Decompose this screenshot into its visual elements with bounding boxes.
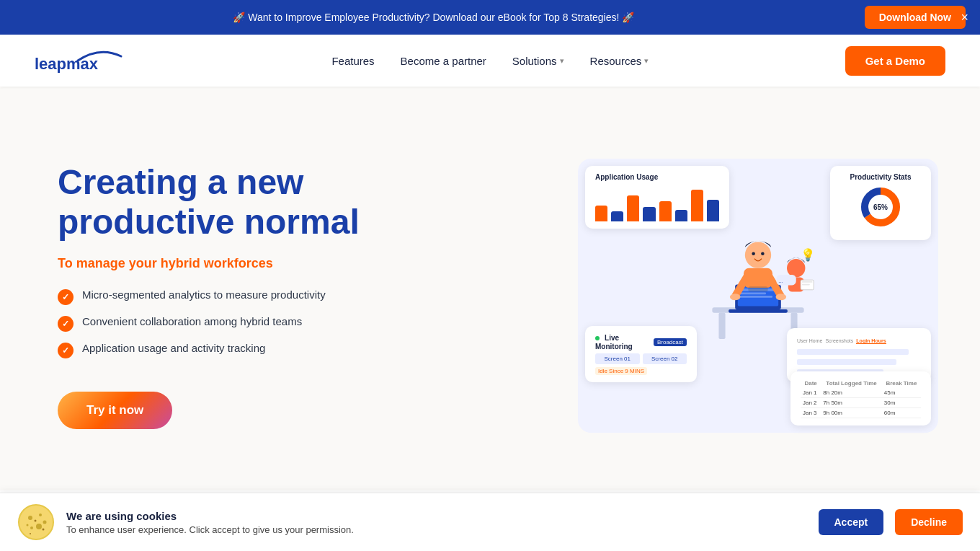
hero-right: Application Usage Productivity Stats: [571, 159, 945, 433]
live-monitoring-card: Live Monitoring Broadcast Screen 01 Scre…: [585, 326, 697, 382]
hero-section: Creating a new productive normal To mana…: [0, 87, 980, 490]
screen1-item: Screen 01: [595, 353, 640, 364]
solutions-chevron-icon: ▾: [560, 56, 564, 66]
svg-text:65%: 65%: [873, 203, 888, 211]
app-usage-title: Application Usage: [595, 173, 719, 181]
hero-feature-3: ✓ Application usage and activity trackin…: [58, 342, 461, 358]
nav-links: Features Become a partner Solutions ▾ Re…: [331, 55, 649, 67]
screen2-item: Screen 02: [643, 353, 687, 364]
idle-badge: Idle Since 9 MINS: [595, 367, 647, 375]
table-row: Jan 2 7h 50m 30m: [801, 398, 921, 408]
svg-rect-6: [718, 313, 725, 339]
tab-user-home: User Home: [797, 338, 822, 344]
try-it-now-button[interactable]: Try it now: [58, 392, 172, 429]
donut-chart: 65%: [840, 185, 921, 229]
login-table: Date Total Logged Time Break Time Jan 1 …: [801, 379, 921, 418]
svg-text:💡: 💡: [801, 247, 816, 263]
bar-1: [595, 206, 607, 221]
bar-2: [627, 195, 639, 221]
table-row: Jan 3 9h 00m 60m: [801, 408, 921, 418]
close-banner-button[interactable]: ×: [961, 11, 968, 24]
svg-point-15: [745, 242, 771, 268]
tab-screenshots: Screenshots: [825, 338, 853, 344]
nav-features[interactable]: Features: [331, 55, 374, 67]
navbar: leapmax Features Become a partner Soluti…: [0, 35, 980, 87]
nav-solutions[interactable]: Solutions ▾: [512, 55, 564, 67]
login-bar-2: [797, 359, 896, 365]
download-now-button[interactable]: Download Now: [865, 6, 966, 29]
nav-become-partner[interactable]: Become a partner: [401, 55, 486, 67]
monitoring-title: Live Monitoring: [595, 333, 654, 351]
top-banner: 🚀 Want to Improve Employee Productivity?…: [0, 0, 980, 35]
hero-illustration: Application Usage Productivity Stats: [578, 159, 938, 433]
svg-point-16: [752, 252, 755, 256]
login-table-card: Date Total Logged Time Break Time Jan 1 …: [790, 371, 931, 426]
svg-point-18: [730, 294, 741, 300]
table-row: Jan 1 8h 20m 45m: [801, 388, 921, 398]
check-icon-2: ✓: [58, 316, 74, 332]
svg-rect-13: [729, 309, 788, 313]
logo[interactable]: leapmax: [35, 43, 135, 78]
bar-3: [659, 201, 672, 221]
svg-rect-12: [740, 296, 772, 298]
get-demo-button[interactable]: Get a Demo: [845, 46, 945, 76]
svg-text:leapmax: leapmax: [35, 55, 99, 73]
hero-left: Creating a new productive normal To mana…: [58, 162, 461, 429]
nav-resources[interactable]: Resources ▾: [590, 55, 649, 67]
screen-row: Screen 01 Screen 02: [595, 353, 687, 364]
tab-login-hours: Login Hours: [856, 338, 886, 344]
leapmax-logo: leapmax: [35, 43, 135, 78]
col-date: Date: [801, 379, 821, 388]
svg-rect-14: [744, 268, 772, 288]
check-icon-3: ✓: [58, 343, 74, 358]
col-break: Break Time: [882, 379, 921, 388]
broadcast-badge: Broadcast: [654, 338, 687, 346]
live-dot-icon: [595, 336, 600, 340]
monitoring-row: Live Monitoring Broadcast: [595, 333, 687, 351]
bar-3b: [675, 210, 687, 221]
login-tabs: User Home Screenshots Login Hours: [797, 338, 921, 344]
hero-feature-2: ✓ Convenient collaboration among hybrid …: [58, 315, 461, 332]
svg-rect-25: [802, 284, 810, 286]
svg-rect-24: [802, 281, 813, 283]
svg-rect-11: [740, 292, 766, 294]
hero-subtitle: To manage your hybrid workforces: [58, 256, 461, 271]
svg-point-21: [787, 259, 805, 277]
hero-feature-1: ✓ Micro-segmented analytics to measure p…: [58, 288, 461, 305]
check-icon-1: ✓: [58, 289, 74, 305]
productivity-card: Productivity Stats 65%: [830, 166, 931, 240]
banner-text: 🚀 Want to Improve Employee Productivity?…: [14, 12, 853, 23]
productivity-title: Productivity Stats: [840, 173, 921, 181]
login-bar-1: [797, 349, 909, 355]
bar-1b: [611, 211, 623, 221]
col-total: Total Logged Time: [821, 379, 881, 388]
hero-title: Creating a new productive normal: [58, 162, 461, 242]
svg-rect-20: [748, 286, 767, 291]
bar-2b: [643, 207, 655, 221]
resources-chevron-icon: ▾: [644, 56, 649, 66]
svg-point-19: [776, 294, 787, 300]
svg-point-17: [761, 252, 765, 256]
svg-text:...: ...: [778, 278, 783, 284]
